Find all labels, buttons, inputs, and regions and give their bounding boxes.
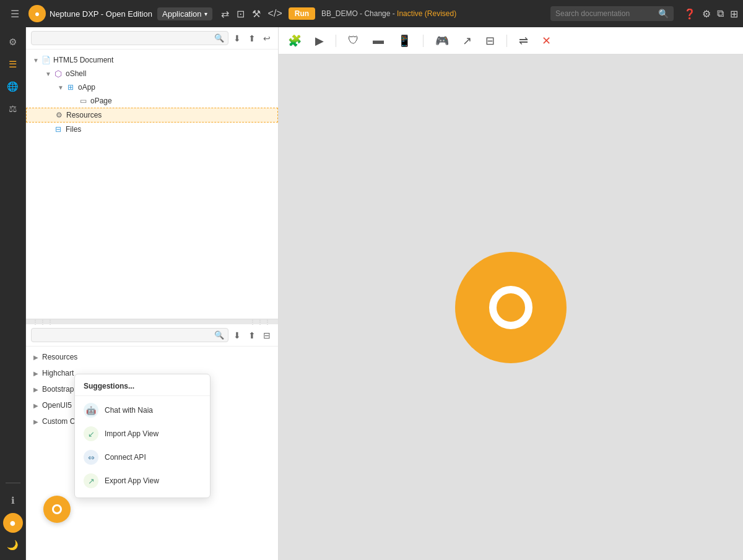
share-icon[interactable]: ⇄ bbox=[221, 8, 229, 20]
shield-icon[interactable]: 🛡 bbox=[346, 32, 361, 49]
left-sidebar: ⚙ ☰ 🌐 ⚖ ℹ ● 🌙 bbox=[0, 27, 26, 560]
suggestions-title: Suggestions... bbox=[75, 379, 210, 396]
components-toolbar: 🔍 ⬇ ⬆ ⊟ bbox=[26, 324, 278, 347]
components-search[interactable]: 🔍 bbox=[31, 328, 228, 342]
tree-item-oshell[interactable]: ▼ ⬡ oShell bbox=[26, 67, 278, 80]
neptune-canvas-logo bbox=[455, 252, 567, 363]
code-icon[interactable]: </> bbox=[268, 8, 282, 19]
shuffle-icon[interactable]: ⇌ bbox=[517, 32, 530, 50]
puzzle-icon[interactable]: 🧩 bbox=[286, 32, 303, 50]
suggestion-naia-label: Chat with Naia bbox=[105, 406, 153, 415]
tree-toggle-oapp[interactable]: ▼ bbox=[56, 82, 66, 92]
files-icon: ⊟ bbox=[53, 124, 63, 134]
topbar-right-icons: ❓ ⚙ ⧉ ⊞ bbox=[684, 8, 738, 20]
sidebar-item-moon[interactable]: 🌙 bbox=[3, 535, 23, 555]
sidebar-item-globe[interactable]: 🌐 bbox=[3, 77, 23, 97]
suggestion-connect-label: Connect API bbox=[105, 453, 146, 462]
search-input[interactable] bbox=[555, 9, 654, 18]
user-avatar[interactable]: ● bbox=[3, 513, 23, 533]
tree-item-oapp[interactable]: ▼ ⊞ oApp bbox=[26, 80, 278, 94]
sidebar-item-list[interactable]: ☰ bbox=[3, 54, 23, 74]
tree-toggle-oshell[interactable]: ▼ bbox=[43, 69, 53, 79]
float-bot-icon bbox=[52, 504, 62, 514]
float-bot-button[interactable] bbox=[43, 496, 71, 523]
resources-group-arrow: ▶ bbox=[33, 354, 38, 361]
opage-icon: ▭ bbox=[78, 96, 88, 106]
components-filter-btn[interactable]: ⊟ bbox=[261, 329, 273, 342]
sidebar-bottom: ℹ ● 🌙 bbox=[3, 480, 23, 555]
resources-group-label: Resources bbox=[42, 353, 77, 361]
search-bar[interactable]: 🔍 bbox=[550, 6, 674, 21]
html5-label: HTML5 Document bbox=[53, 56, 113, 64]
highchart-group-arrow: ▶ bbox=[33, 370, 38, 377]
suggestion-chat-naia[interactable]: 🤖 Chat with Naia bbox=[75, 398, 210, 422]
hamburger-menu-icon[interactable]: ☰ bbox=[5, 4, 25, 24]
search-icon: 🔍 bbox=[658, 9, 669, 19]
tree-search-input[interactable] bbox=[35, 34, 214, 43]
oapp-label: oApp bbox=[78, 83, 95, 92]
run-button[interactable]: Run bbox=[289, 7, 315, 20]
toolbar-divider-1 bbox=[336, 35, 336, 47]
play-icon[interactable]: ▶ bbox=[313, 32, 326, 50]
component-group-resources: ▶ Resources bbox=[26, 349, 278, 365]
resources-label: Resources bbox=[66, 111, 102, 119]
export-icon: ↗ bbox=[84, 473, 98, 488]
copy2-icon[interactable]: ⧉ bbox=[717, 8, 724, 19]
openui5-group-arrow: ▶ bbox=[33, 402, 38, 409]
phone-icon[interactable]: 📱 bbox=[396, 32, 413, 50]
share-icon[interactable]: ↗ bbox=[461, 32, 474, 50]
suggestion-import-app[interactable]: ↙ Import App View bbox=[75, 422, 210, 446]
application-menu-button[interactable]: Application ▾ bbox=[157, 7, 212, 20]
suggestions-popup: Suggestions... 🤖 Chat with Naia ↙ Import… bbox=[74, 374, 211, 498]
topbar-action-icons: ⇄ ⊡ ⚒ </> bbox=[221, 8, 282, 20]
bootstrap-group-label: Bootstrap bbox=[42, 385, 74, 394]
undo-button[interactable]: ↩ bbox=[261, 32, 273, 45]
sidebar-item-scale[interactable]: ⚖ bbox=[3, 99, 23, 119]
sidebar-divider bbox=[6, 483, 20, 483]
suggestion-export-app[interactable]: ↗ Export App View bbox=[75, 469, 210, 493]
sidebar-item-settings[interactable]: ⚙ bbox=[3, 32, 23, 52]
suggestion-export-label: Export App View bbox=[105, 476, 159, 485]
files-label: Files bbox=[66, 125, 81, 134]
toolbar-divider-3 bbox=[506, 35, 507, 47]
gamepad-icon[interactable]: 🎮 bbox=[433, 32, 451, 50]
layout-icon[interactable]: ⊞ bbox=[730, 8, 738, 20]
tree-panel: 🔍 ⬇ ⬆ ↩ ▼ 📄 HTML5 Document ▼ ⬡ oShell bbox=[26, 27, 278, 319]
neptune-logo-ring bbox=[489, 286, 532, 329]
suggestion-import-label: Import App View bbox=[105, 429, 159, 438]
tree-toggle-html5[interactable]: ▼ bbox=[31, 55, 41, 65]
search-icon: 🔍 bbox=[214, 330, 224, 340]
tree-toolbar: 🔍 ⬇ ⬆ ↩ bbox=[26, 27, 278, 50]
tablet-icon[interactable]: ▬ bbox=[371, 32, 386, 49]
resources-icon: ⚙ bbox=[54, 110, 64, 120]
tree-item-resources[interactable]: ▶ ⚙ Resources bbox=[26, 108, 278, 123]
settings-icon[interactable]: ⚙ bbox=[702, 8, 711, 20]
copy-icon[interactable]: ⊡ bbox=[237, 8, 245, 20]
help-icon[interactable]: ❓ bbox=[684, 8, 696, 20]
search-icon: 🔍 bbox=[214, 33, 224, 43]
expand-all-button[interactable]: ⬆ bbox=[246, 32, 258, 45]
connect-icon: ⇔ bbox=[84, 450, 98, 465]
bootstrap-group-arrow: ▶ bbox=[33, 386, 38, 393]
table-icon[interactable]: ⊟ bbox=[484, 32, 497, 50]
components-search-input[interactable] bbox=[35, 331, 214, 340]
highchart-group-label: Highchart bbox=[42, 369, 74, 377]
neptune-logo: ● bbox=[28, 5, 46, 22]
tree-search[interactable]: 🔍 bbox=[31, 31, 228, 45]
tools-icon[interactable]: ⚒ bbox=[252, 8, 261, 20]
naia-icon: 🤖 bbox=[84, 403, 98, 418]
components-expand-btn[interactable]: ⬆ bbox=[246, 329, 258, 342]
tree-item-opage[interactable]: ▶ ▭ oPage bbox=[26, 94, 278, 108]
resize-handle[interactable]: ⋮⋮⋮ ⋮⋮⋮ bbox=[26, 319, 278, 324]
tree-item-files[interactable]: ▶ ⊟ Files bbox=[26, 123, 278, 136]
opage-label: oPage bbox=[90, 97, 112, 105]
components-collapse-btn[interactable]: ⬇ bbox=[231, 329, 243, 342]
sidebar-item-info[interactable]: ℹ bbox=[3, 491, 23, 510]
tree-item-html5[interactable]: ▼ 📄 HTML5 Document bbox=[26, 53, 278, 67]
oshell-label: oShell bbox=[66, 69, 86, 78]
collapse-all-button[interactable]: ⬇ bbox=[231, 32, 243, 45]
component-group-resources-header[interactable]: ▶ Resources bbox=[26, 349, 278, 365]
suggestion-connect-api[interactable]: ⇔ Connect API bbox=[75, 446, 210, 469]
close-icon[interactable]: ✕ bbox=[540, 32, 553, 50]
openui5-group-label: OpenUI5 bbox=[42, 401, 72, 410]
